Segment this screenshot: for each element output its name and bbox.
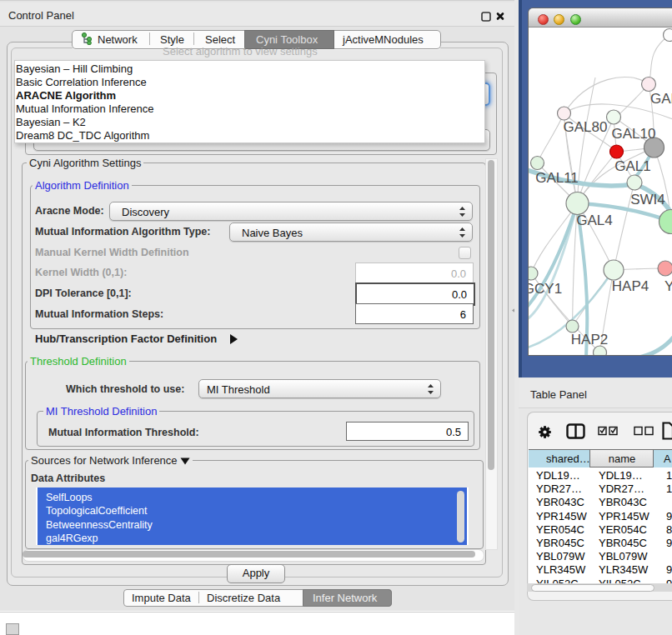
svg-text:SWI4: SWI4 <box>630 192 665 208</box>
svg-text:GAL80: GAL80 <box>564 119 608 135</box>
svg-text:GAL1: GAL1 <box>614 158 650 174</box>
svg-text:Y: Y <box>664 278 672 294</box>
svg-text:GAL10: GAL10 <box>612 126 656 142</box>
svg-text:GAL: GAL <box>650 91 672 107</box>
svg-text:GCY1: GCY1 <box>529 281 562 297</box>
svg-text:HAP2: HAP2 <box>571 332 608 348</box>
svg-text:GAL4: GAL4 <box>576 212 612 228</box>
svg-text:GAL11: GAL11 <box>535 170 579 186</box>
svg-text:HAP4: HAP4 <box>612 278 649 294</box>
